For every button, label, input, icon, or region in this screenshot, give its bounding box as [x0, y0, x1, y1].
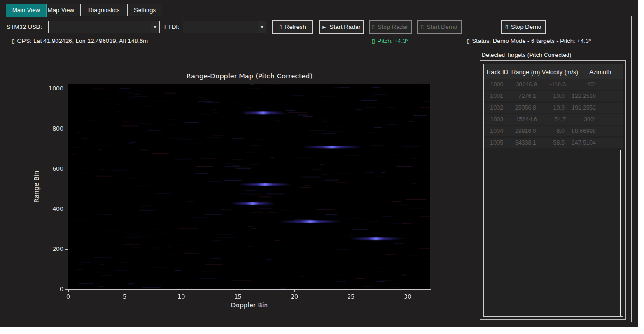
- x-tick-label: 5: [115, 293, 134, 300]
- x-tick-mark: [238, 290, 238, 292]
- table-cell: 29916.0: [509, 128, 542, 134]
- chart-title: Range-Doppler Map (Pitch Corrected): [68, 72, 431, 80]
- table-cell: 1000: [484, 81, 510, 88]
- table-cell: -58.5: [542, 139, 572, 146]
- x-tick-mark: [351, 290, 351, 292]
- stop-radar-button: ▯ Stop Radar: [369, 20, 412, 34]
- table-cell: 1005: [484, 139, 509, 146]
- chevron-down-icon[interactable]: ▾: [151, 21, 159, 33]
- table-cell: 1004: [484, 128, 509, 134]
- pitch-icon: ▯: [372, 38, 375, 44]
- demo-play-icon: ▯: [421, 24, 424, 30]
- y-tick-mark: [65, 169, 68, 169]
- x-tick-mark: [408, 290, 408, 292]
- tab-settings[interactable]: Settings: [127, 4, 162, 16]
- x-tick-label: 0: [59, 293, 77, 300]
- pitch-indicator-text: Pitch: +4.3°: [378, 37, 409, 44]
- play-icon: ►: [322, 24, 327, 30]
- ftdi-label: FTDI:: [164, 23, 180, 30]
- y-tick-mark: [65, 129, 68, 129]
- y-tick-mark: [65, 209, 68, 209]
- tab-map-view[interactable]: Map View: [41, 4, 81, 16]
- start-radar-button-label: Start Radar: [329, 23, 360, 30]
- stop-demo-button[interactable]: ▯ Stop Demo: [501, 20, 546, 34]
- table-header-cell[interactable]: Track ID: [484, 69, 510, 76]
- x-tick-mark: [182, 290, 182, 292]
- status-message: ▯Status: Demo Mode - 6 targets - Pitch: …: [467, 37, 591, 44]
- table-header-cell[interactable]: Velocity (m/s): [542, 69, 578, 76]
- table-cell: 7276.1: [509, 93, 542, 99]
- start-demo-button: ▯ Start Demo: [417, 20, 462, 34]
- table-row[interactable]: 100225056.810.9191.2552: [484, 103, 623, 114]
- y-tick-mark: [65, 89, 68, 89]
- x-tick-label: 25: [342, 293, 360, 300]
- gps-status: ▯GPS: Lat 41.902426, Lon 12.496039, Alt …: [12, 37, 148, 44]
- refresh-icon: ▯: [279, 24, 282, 30]
- table-cell: 247.5104: [572, 139, 623, 146]
- x-tick-mark: [294, 290, 295, 292]
- table-row[interactable]: 100429916.06.088.66998: [484, 126, 623, 138]
- table-cell: 38646.9: [510, 81, 542, 88]
- stop-icon: ▯: [505, 24, 508, 30]
- chart-ylabel: Range Bin: [33, 171, 40, 203]
- pitch-indicator: ▯Pitch: +4.3°: [372, 37, 409, 44]
- table-cell: 74.7: [543, 116, 573, 123]
- refresh-button[interactable]: ▯ Refresh: [272, 20, 313, 34]
- table-cell: 45°: [573, 81, 623, 88]
- table-cell: 1002: [484, 104, 509, 111]
- start-demo-button-label: Start Demo: [427, 23, 457, 30]
- table-header-row: Track IDRange (m)Velocity (m/s)Azimuth: [484, 64, 623, 79]
- app-window: Main View Map View Diagnostics Settings …: [0, 0, 638, 327]
- x-tick-label: 15: [229, 293, 247, 300]
- tab-diagnostics[interactable]: Diagnostics: [82, 4, 126, 16]
- table-cell: 25056.8: [509, 104, 542, 111]
- table-cell: 15844.6: [510, 116, 542, 123]
- table-cell: 1001: [484, 93, 509, 99]
- stop-radar-button-label: Stop Radar: [378, 23, 408, 30]
- table-row[interactable]: 10017276.110.0122.2510: [484, 91, 623, 103]
- table-header-cell[interactable]: Range (m): [510, 69, 542, 76]
- table-row[interactable]: 100534338.1-58.5247.5104: [484, 138, 623, 149]
- y-tick-label: 200: [43, 245, 63, 252]
- x-tick-mark: [125, 290, 125, 292]
- table-row[interactable]: 100038646.9-118.645°: [484, 79, 623, 91]
- refresh-button-label: Refresh: [285, 23, 306, 30]
- ftdi-combobox-value: [183, 21, 258, 33]
- status-message-text: Status: Demo Mode - 6 targets - Pitch: +…: [472, 37, 592, 44]
- range-doppler-chart: [68, 84, 431, 290]
- y-tick-label: 1000: [43, 85, 63, 92]
- table-cell: 34338.1: [509, 139, 542, 146]
- chart-xlabel: Doppler Bin: [68, 301, 431, 309]
- stm32-usb-combobox[interactable]: ▾: [48, 21, 160, 33]
- table-scrollbar[interactable]: [620, 150, 621, 316]
- table-cell: 1003: [484, 116, 510, 123]
- table-row[interactable]: 100315844.674.7300°: [484, 114, 623, 126]
- table-cell: 10.9: [542, 104, 572, 111]
- table-cell: 10.0: [542, 93, 572, 99]
- stop-icon: ▯: [372, 24, 375, 30]
- targets-table[interactable]: Track IDRange (m)Velocity (m/s)Azimuth10…: [483, 64, 623, 317]
- tab-main-view[interactable]: Main View: [6, 4, 47, 17]
- table-cell: 122.2510: [572, 93, 623, 99]
- chevron-down-icon[interactable]: ▾: [258, 21, 266, 33]
- x-tick-label: 30: [399, 293, 417, 300]
- table-cell: 88.66998: [572, 128, 623, 134]
- gps-status-text: GPS: Lat 41.902426, Lon 12.496039, Alt 1…: [17, 37, 148, 44]
- y-tick-mark: [65, 249, 68, 250]
- table-cell: -118.6: [543, 81, 573, 88]
- y-tick-label: 800: [43, 125, 63, 132]
- x-tick-label: 10: [172, 293, 191, 300]
- table-cell: 300°: [573, 116, 623, 123]
- start-radar-button[interactable]: ► Start Radar: [319, 20, 364, 34]
- y-tick-label: 400: [43, 205, 63, 212]
- x-tick-label: 20: [285, 293, 304, 300]
- status-dot-icon: ▯: [467, 38, 470, 44]
- table-header-cell[interactable]: Azimuth: [578, 69, 623, 76]
- stop-demo-button-label: Stop Demo: [511, 23, 541, 30]
- x-tick-mark: [68, 290, 69, 292]
- y-tick-label: 0: [43, 285, 63, 292]
- ftdi-combobox[interactable]: ▾: [183, 21, 266, 33]
- satellite-icon: ▯: [12, 38, 15, 44]
- stm32-usb-combobox-value: [49, 21, 151, 33]
- table-cell: 191.2552: [572, 104, 623, 111]
